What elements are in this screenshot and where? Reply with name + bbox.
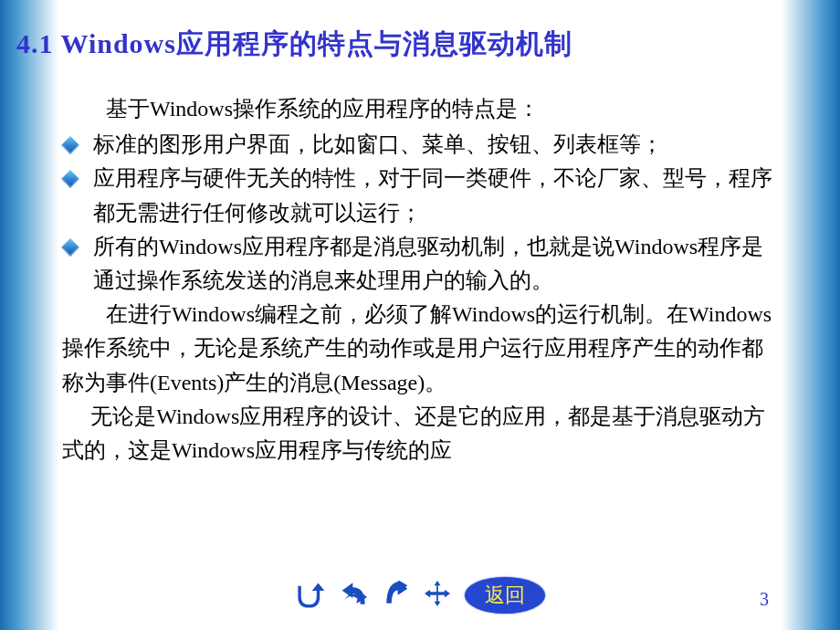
return-button[interactable]: 返回 bbox=[465, 577, 545, 614]
diamond-bullet-icon bbox=[61, 170, 79, 188]
nav-bar: 返回 bbox=[0, 577, 840, 614]
curved-up-arrow-icon[interactable] bbox=[341, 581, 368, 610]
return-label: 返回 bbox=[485, 582, 525, 609]
paragraph: 无论是Windows应用程序的设计、还是它的应用，都是基于消息驱动方式的，这是W… bbox=[62, 400, 778, 467]
bullet-text: 所有的Windows应用程序都是消息驱动机制，也就是说Windows程序是通过操… bbox=[93, 230, 778, 298]
slide-title: 4.1 Windows应用程序的特点与消息驱动机制 bbox=[16, 26, 778, 63]
diamond-bullet-icon bbox=[61, 136, 79, 154]
intro-text: 基于Windows操作系统的应用程序的特点是： bbox=[62, 92, 778, 126]
bullet-item: 应用程序与硬件无关的特性，对于同一类硬件，不论厂家、型号，程序都无需进行任何修改… bbox=[62, 162, 778, 229]
bullet-text: 标准的图形用户界面，比如窗口、菜单、按钮、列表框等； bbox=[93, 128, 778, 162]
page-number: 3 bbox=[760, 589, 769, 610]
slide-content: 基于Windows操作系统的应用程序的特点是： 标准的图形用户界面，比如窗口、菜… bbox=[62, 92, 778, 467]
up-curve-icon[interactable] bbox=[383, 581, 410, 610]
back-uturn-icon[interactable] bbox=[295, 583, 326, 608]
paragraph: 在进行Windows编程之前，必须了解Windows的运行机制。在Windows… bbox=[62, 298, 778, 400]
bullet-item: 所有的Windows应用程序都是消息驱动机制，也就是说Windows程序是通过操… bbox=[62, 230, 778, 298]
move-cross-icon[interactable] bbox=[425, 581, 450, 610]
bullet-text: 应用程序与硬件无关的特性，对于同一类硬件，不论厂家、型号，程序都无需进行任何修改… bbox=[93, 162, 778, 229]
diamond-bullet-icon bbox=[61, 238, 79, 257]
bullet-item: 标准的图形用户界面，比如窗口、菜单、按钮、列表框等； bbox=[62, 128, 778, 162]
slide-container: 4.1 Windows应用程序的特点与消息驱动机制 基于Windows操作系统的… bbox=[0, 0, 840, 467]
